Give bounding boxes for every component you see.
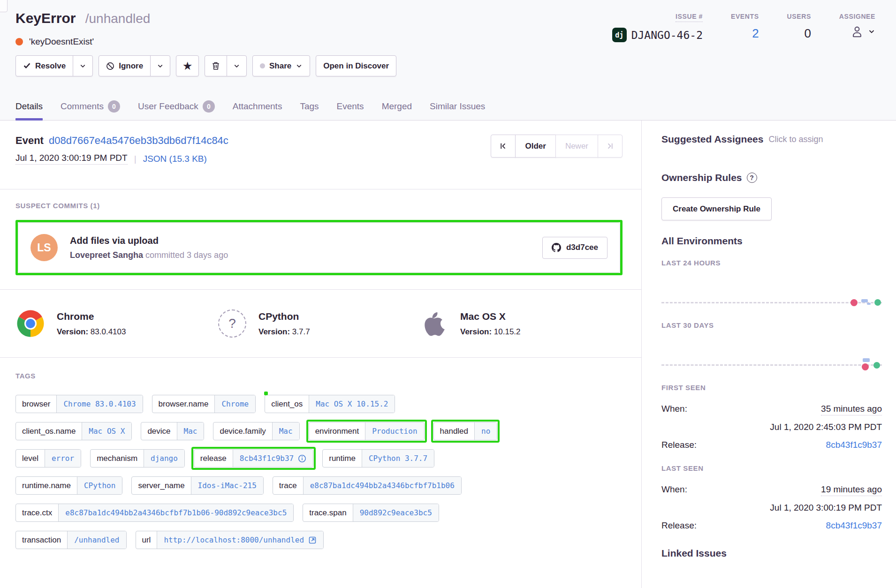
linked-issues-heading: Linked Issues (661, 548, 882, 559)
context-name: CPython (258, 311, 310, 322)
error-message: 'keyDoesntExist' (29, 37, 94, 47)
tag-pill-trace.span: trace.span90d892c9eace3bc5 (303, 504, 439, 522)
oldest-event-button[interactable] (491, 135, 516, 158)
tag-value-link[interactable]: 8cb43f1c9b37 (233, 450, 313, 467)
tag-value-link[interactable]: Mac (272, 422, 299, 440)
when-label: When: (661, 484, 687, 495)
when-label: When: (661, 404, 687, 414)
delete-dropdown[interactable] (227, 56, 246, 76)
tag-key: release (194, 450, 233, 467)
first-seen-release-link[interactable]: 8cb43f1c9b37 (826, 440, 882, 450)
assignee-selector[interactable] (839, 24, 875, 38)
events-count[interactable]: 2 (731, 26, 759, 41)
older-event-button[interactable]: Older (515, 135, 555, 158)
tag-value-link[interactable]: CPython (77, 477, 122, 494)
annotation-box: LS Add files via upload Lovepreet Sangha… (15, 220, 623, 275)
tag-value-link[interactable]: Mac OS X (82, 422, 131, 440)
event-json-link[interactable]: JSON (15.3 KB) (143, 154, 207, 164)
annotation-box: handledno (431, 420, 500, 443)
question-circle-icon[interactable]: ? (747, 173, 757, 183)
tag-row: browserChrome 83.0.4103browser.nameChrom… (15, 395, 623, 413)
suggested-assignees-heading: Suggested Assignees Click to assign (661, 134, 882, 145)
release-label: Release: (661, 520, 697, 531)
version-label: Version: (258, 327, 290, 336)
tag-row: transaction/unhandledurlhttp://localhost… (15, 531, 623, 549)
tag-value-link[interactable]: http://localhost:8000/unhandled (157, 531, 323, 549)
last-seen-relative: 19 minutes ago (821, 484, 882, 496)
tag-key: runtime.name (16, 477, 77, 494)
tag-key: server_name (132, 477, 190, 494)
tag-value-link[interactable]: 90d892c9eace3bc5 (353, 504, 439, 521)
event-timestamp: Jul 1, 2020 3:00:19 PM PDT (15, 153, 128, 165)
context-name: Mac OS X (460, 311, 521, 322)
apple-logo-icon (419, 309, 449, 339)
newest-event-button[interactable] (598, 135, 623, 158)
tag-key: mechanism (91, 450, 144, 467)
avatar: LS (30, 234, 58, 261)
user-icon (850, 24, 864, 38)
resolve-dropdown[interactable] (73, 56, 92, 76)
skip-to-newest-icon (606, 142, 614, 150)
tab-merged[interactable]: Merged (382, 100, 412, 120)
newer-event-button[interactable]: Newer (555, 135, 598, 158)
tag-value-link[interactable]: Production (365, 422, 424, 440)
events-label: EVENTS (731, 13, 759, 20)
tag-value-link[interactable]: CPython 3.7.7 (362, 450, 434, 467)
tag-key: level (16, 450, 45, 467)
issue-title-block: KeyError /unhandled 'keyDoesntExist' (15, 10, 150, 47)
clipped-ui-artifact (0, 0, 8, 12)
sparkline-baseline (661, 364, 882, 366)
dot-icon (260, 63, 265, 68)
context-os: Mac OS X Version: 10.15.2 (419, 309, 621, 339)
tab-tags[interactable]: Tags (300, 100, 319, 120)
tag-pill-level: levelerror (15, 449, 81, 467)
tab-user-feedback[interactable]: User Feedback0 (138, 100, 215, 120)
tag-value-link[interactable]: /unhandled (67, 531, 126, 549)
error-event-dot (862, 363, 869, 370)
commit-author: Lovepreet Sangha (70, 250, 143, 260)
tag-pill-server_name: server_nameIdos-iMac-215 (131, 476, 263, 495)
action-toolbar: Resolve Ignore ★ (0, 55, 896, 76)
tag-value-link[interactable]: django (144, 450, 184, 467)
users-count: 0 (787, 26, 811, 41)
bookmark-button[interactable]: ★ (176, 55, 199, 76)
annotation-box: release8cb43f1c9b37 (191, 447, 316, 470)
tab-badge: 0 (108, 100, 120, 113)
tag-key: transaction (16, 531, 67, 549)
tab-comments[interactable]: Comments0 (61, 100, 120, 120)
commit-sha-button[interactable]: d3d7cee (542, 237, 607, 259)
tab-details[interactable]: Details (15, 100, 43, 120)
first-seen-heading: FIRST SEEN (661, 384, 882, 392)
last-30-days-sparkline (661, 332, 882, 373)
tag-value-link[interactable]: no (474, 422, 497, 440)
create-ownership-rule-button[interactable]: Create Ownership Rule (661, 197, 772, 220)
tab-events[interactable]: Events (337, 100, 364, 120)
suspect-commits-section: SUSPECT COMMITS (1) LS Add files via upl… (0, 189, 641, 290)
ignore-dropdown[interactable] (150, 56, 170, 76)
last-seen-release-link[interactable]: 8cb43f1c9b37 (826, 520, 882, 531)
tag-value-link[interactable]: e8c87ba1dc494bb2a4346bcfbf7b1b06-90d892c… (58, 504, 293, 521)
tag-value-link[interactable]: Mac OS X 10.15.2 (309, 395, 395, 413)
tab-similar-issues[interactable]: Similar Issues (430, 100, 485, 120)
tag-value-link[interactable]: e8c87ba1dc494bb2a4346bcfbf7b1b06 (303, 477, 461, 494)
trash-icon (212, 61, 220, 70)
resolve-button[interactable]: Resolve (16, 56, 73, 76)
chevron-down-icon (79, 62, 86, 69)
ignore-button[interactable]: Ignore (99, 56, 150, 76)
delete-button[interactable] (205, 56, 227, 76)
tag-value-link[interactable]: error (45, 450, 81, 467)
tag-value-link[interactable]: Chrome (214, 395, 255, 413)
tag-pill-environment: environmentProduction (309, 422, 425, 440)
share-button[interactable]: Share (252, 55, 310, 76)
tab-bar: DetailsComments0User Feedback0Attachment… (15, 100, 485, 120)
tag-value-link[interactable]: Chrome 83.0.4103 (56, 395, 142, 413)
event-id-link[interactable]: d08d7667e4a5476eb3b3db6d7f14c84c (49, 135, 228, 147)
tag-row: levelerrormechanismdjangorelease8cb43f1c… (15, 449, 623, 467)
open-in-discover-button[interactable]: Open in Discover (316, 55, 396, 76)
check-icon (23, 62, 31, 70)
delete-button-group (205, 55, 247, 76)
tab-attachments[interactable]: Attachments (233, 100, 282, 120)
tag-value-link[interactable]: Mac (177, 422, 204, 440)
tag-value-link[interactable]: Idos-iMac-215 (191, 477, 263, 494)
ok-event-dot (874, 299, 881, 306)
